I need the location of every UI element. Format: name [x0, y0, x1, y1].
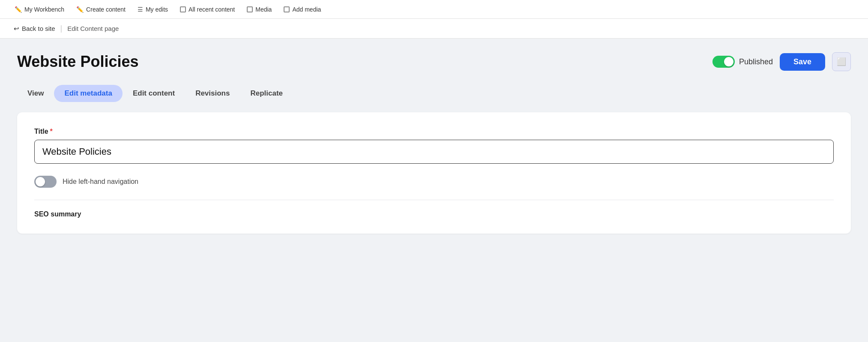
breadcrumb-current: Edit Content page — [67, 25, 119, 32]
tab-replicate[interactable]: Replicate — [240, 85, 293, 102]
tab-edit-content[interactable]: Edit content — [123, 85, 185, 102]
tab-edit-metadata[interactable]: Edit metadata — [54, 85, 122, 102]
published-toggle[interactable] — [712, 56, 735, 68]
nav-my-edits[interactable]: ☰ My edits — [133, 3, 172, 15]
sidebar-toggle-button[interactable]: ⬜ — [832, 52, 851, 71]
top-nav: ✏️ My Workbench ✏️ Create content ☰ My e… — [0, 0, 868, 19]
checkbox-icon-2 — [247, 6, 253, 12]
back-to-site-label: Back to site — [22, 25, 55, 32]
nav-add-media-label: Add media — [292, 6, 321, 13]
checkbox-icon-1 — [180, 6, 186, 12]
sidebar-icon: ⬜ — [837, 57, 846, 66]
tab-view[interactable]: View — [17, 85, 54, 102]
nav-my-edits-label: My edits — [146, 6, 168, 13]
nav-create-content-label: Create content — [86, 6, 126, 13]
hide-nav-row: Hide left-hand navigation — [34, 176, 834, 188]
nav-my-workbench-label: My Workbench — [24, 6, 64, 13]
list-icon: ☰ — [138, 6, 143, 13]
nav-create-content[interactable]: ✏️ Create content — [72, 3, 130, 15]
published-section: Published — [712, 56, 773, 68]
seo-summary-label: SEO summary — [34, 200, 834, 218]
tab-revisions[interactable]: Revisions — [185, 85, 240, 102]
pencil-icon-2: ✏️ — [76, 6, 84, 13]
back-to-site-link[interactable]: ↩ Back to site — [14, 25, 55, 33]
pencil-icon: ✏️ — [15, 6, 22, 13]
nav-my-workbench[interactable]: ✏️ My Workbench — [10, 3, 69, 15]
nav-media-label: Media — [255, 6, 272, 13]
published-label: Published — [739, 57, 773, 66]
hide-nav-toggle[interactable] — [34, 176, 57, 188]
hide-nav-thumb — [36, 177, 45, 186]
header-actions: Published Save ⬜ — [712, 52, 851, 71]
title-label: Title * — [34, 128, 834, 135]
nav-add-media[interactable]: Add media — [279, 3, 325, 15]
checkbox-icon-3 — [284, 6, 290, 12]
tabs: View Edit metadata Edit content Revision… — [17, 85, 851, 102]
nav-all-recent-label: All recent content — [189, 6, 235, 13]
breadcrumb-separator: | — [60, 24, 63, 33]
title-input[interactable] — [34, 140, 834, 164]
hide-nav-label: Hide left-hand navigation — [63, 178, 138, 186]
toggle-thumb — [724, 57, 733, 66]
page-header: Website Policies Published Save ⬜ — [17, 52, 851, 71]
required-star: * — [50, 128, 53, 135]
breadcrumb-bar: ↩ Back to site | Edit Content page — [0, 19, 868, 39]
page-title: Website Policies — [17, 53, 138, 71]
save-button[interactable]: Save — [780, 53, 825, 71]
nav-all-recent-content[interactable]: All recent content — [176, 3, 239, 15]
content-card: Title * Hide left-hand navigation SEO su… — [17, 112, 851, 234]
back-arrow-icon: ↩ — [14, 25, 19, 33]
main-area: Website Policies Published Save ⬜ View E… — [0, 39, 868, 342]
nav-media[interactable]: Media — [242, 3, 276, 15]
